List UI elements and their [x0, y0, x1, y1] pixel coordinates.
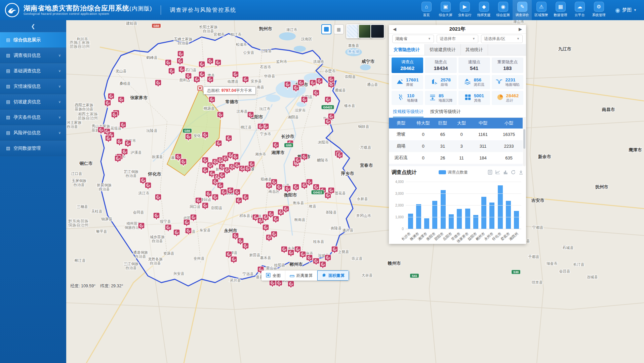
nav-item-6[interactable]: ✎调查评价	[513, 0, 532, 20]
hazard-stat-地面沉降[interactable]: 85地面沉降	[425, 91, 456, 105]
sidebar-collapse-button[interactable]: ❮	[0, 20, 66, 32]
map-label: 通山县	[367, 82, 378, 86]
hazard-stat-崩塌[interactable]: 2578崩塌	[425, 75, 456, 89]
hazard-stat-总计[interactable]: 28462总计	[492, 91, 523, 105]
sub-tab-2[interactable]: 按灾情等级统计	[430, 106, 461, 117]
region-filter-select-3[interactable]: 请选择县/区▼	[481, 35, 523, 43]
sidebar-item-4[interactable]: ▤灾情速报信息∨	[0, 79, 66, 94]
stat-card-value: 541	[470, 65, 478, 71]
bar-湘西州[interactable]	[514, 211, 519, 229]
tab-1[interactable]: 灾害隐患统计	[389, 44, 425, 55]
bar-邵阳市[interactable]	[441, 190, 446, 229]
map-label: 通城县	[335, 88, 346, 92]
refresh-icon[interactable]	[511, 170, 516, 175]
hazard-stat-泥石流[interactable]: 856泥石流	[458, 75, 490, 89]
table-scrollbar[interactable]	[523, 118, 526, 166]
previous-year-button[interactable]: ◀	[393, 27, 396, 32]
line-chart-icon[interactable]	[495, 170, 500, 175]
nav-item-4[interactable]: ◆指挥支援	[474, 0, 493, 20]
next-year-button[interactable]: ▶	[519, 27, 522, 32]
map-label: 宁乡市	[260, 132, 271, 136]
chevron-down-icon: ∨	[58, 84, 61, 88]
layer-panel-toggle-button[interactable]	[321, 24, 331, 34]
menu-grid-icon: ▤	[6, 68, 10, 73]
table-scrollbar-thumb[interactable]	[523, 129, 525, 149]
nav-item-3[interactable]: ▶业务运行	[455, 0, 474, 20]
map-label: 衡南县	[294, 218, 306, 222]
map-label: 榕江县	[75, 258, 86, 262]
row-value-cell: 11	[452, 152, 471, 164]
chart-legend: 调查点数量	[439, 170, 468, 175]
area-measure-icon	[322, 273, 326, 279]
year-value: 2021年	[449, 26, 466, 32]
area-measure-button[interactable]: 面积量算	[317, 270, 349, 281]
full-extent-button[interactable]: 全图	[261, 270, 285, 281]
region-filter-select-1[interactable]: 湖南省▼	[392, 35, 434, 43]
bar-怀化市[interactable]	[498, 185, 503, 229]
map-label: 莲花县	[335, 191, 346, 195]
hazard-stat-text: 28462总计	[506, 93, 519, 103]
dark-basemap-thumbnail[interactable]	[370, 24, 385, 38]
sidebar-item-2[interactable]: ▤调查项目信息∨	[0, 48, 66, 63]
bar-岳阳市[interactable]	[449, 214, 454, 229]
sub-tab-1[interactable]: 按规模等级统计	[393, 106, 424, 117]
sidebar-item-1[interactable]: ▤综合信息展示	[0, 32, 66, 48]
hazard-stat-label: 地裂缝	[407, 98, 418, 102]
hazard-stat-其他[interactable]: 5001其他	[458, 91, 490, 105]
bar-张家界市[interactable]	[465, 209, 470, 229]
sidebar-item-3[interactable]: ▤基础调查信息∨	[0, 63, 66, 79]
bar-湘潭市[interactable]	[424, 218, 429, 229]
map-label: 上犹县	[338, 250, 349, 254]
stat-card-1[interactable]: 调查点28462	[392, 58, 423, 73]
map-label: 洪江市	[138, 191, 150, 195]
ground-fissure-icon	[397, 94, 405, 102]
nav-item-7[interactable]: ⚠区域预警	[532, 0, 551, 20]
map-label: 攸县	[309, 204, 316, 208]
sidebar-item-label: 调查项目信息	[13, 52, 41, 59]
nav-item-label: 调查评价	[513, 13, 531, 17]
layer-grid-button[interactable]: ▦	[334, 24, 344, 34]
region-filter-select-2[interactable]: 请选择市▼	[437, 35, 478, 43]
gridline	[406, 229, 521, 229]
bar-永州市[interactable]	[489, 203, 494, 229]
full-extent-icon	[266, 273, 271, 279]
bar-常德市[interactable]	[457, 209, 462, 229]
stat-card-2[interactable]: 隐患点18434	[425, 58, 456, 73]
sidebar-item-6[interactable]: ▤孕灾条件信息∨	[0, 110, 66, 125]
app-version-tag: (内测版)	[129, 5, 152, 12]
map-label: 崇阳县	[345, 75, 356, 79]
sidebar-item-5[interactable]: ▤切坡建房信息∨	[0, 94, 66, 110]
hazard-stat-label: 滑坡	[406, 82, 419, 86]
hazard-stat-地面塌陷[interactable]: 2231地面塌陷	[492, 75, 523, 89]
y-axis-tick: 4,000	[392, 180, 404, 184]
distance-measure-button[interactable]: 距离量算	[285, 270, 317, 281]
hazard-stat-地裂缝[interactable]: 110地裂缝	[392, 91, 423, 105]
header-divider	[161, 5, 161, 15]
sidebar-item-7[interactable]: ▤风险评估信息∨	[0, 125, 66, 141]
map-label: 枝江市	[230, 32, 242, 36]
nav-item-10[interactable]: ⚙系统管理	[589, 0, 608, 20]
nav-item-8[interactable]: ▦数据管理	[551, 0, 570, 20]
nav-item-5[interactable]: ◉综合监测	[493, 0, 513, 20]
bar-长沙市[interactable]	[408, 214, 413, 229]
nav-item-1[interactable]: ⌂首页	[417, 0, 436, 20]
bar-株洲市[interactable]	[416, 204, 421, 229]
stat-card-4[interactable]: 重要隐患点183	[492, 58, 523, 73]
sidebar-item-8[interactable]: ▤空间数据管理	[0, 141, 66, 156]
stat-card-3[interactable]: 速报点541	[458, 58, 490, 73]
legend-label: 调查点数量	[448, 170, 468, 175]
data-view-icon[interactable]	[488, 170, 492, 175]
download-icon[interactable]	[519, 170, 523, 175]
bar-郴州市[interactable]	[481, 197, 486, 229]
table-header-类型: 类型	[389, 118, 413, 129]
tab-2[interactable]: 切坡建房统计	[425, 44, 461, 55]
bar-chart-icon[interactable]	[503, 170, 508, 175]
map-canvas[interactable]: 张家界市常德市益阳市长沙市岳阳市娄底市邵阳市怀化市永州市郴州市衡阳市湘潭市株洲市…	[66, 20, 644, 363]
nav-item-2[interactable]: ▣综合大屏	[436, 0, 455, 20]
hazard-stat-滑坡[interactable]: 17601滑坡	[392, 75, 423, 89]
nav-item-9[interactable]: ☁云平台	[570, 0, 589, 20]
row-value-cell: 3	[452, 140, 471, 152]
tab-3[interactable]: 其他统计	[461, 44, 488, 55]
map-label: 鹰潭市	[629, 147, 642, 152]
user-menu[interactable]: ◉ 梦图 ▼	[615, 7, 637, 14]
